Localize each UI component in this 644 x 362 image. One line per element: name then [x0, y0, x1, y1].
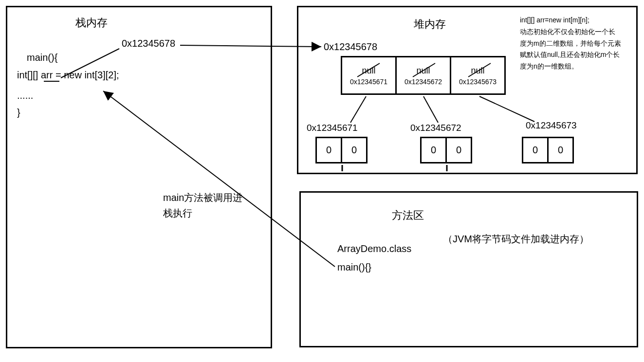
outer-cell-null: null [471, 66, 484, 76]
outer-cell-2: null 0x12345673 [450, 56, 506, 95]
method-area-note: （JVM将字节码文件加载进内存） [443, 233, 589, 246]
outer-cell-addr: 0x12345671 [350, 78, 387, 86]
outer-cell-null: null [362, 66, 375, 76]
stack-code-line3: ...... [17, 90, 33, 101]
sub1-cell-0: 0 [420, 137, 447, 163]
outer-cell-1: null 0x12345672 [395, 56, 451, 95]
caption-line2: 栈执行 [163, 207, 192, 220]
sidenote-l5: 度为n的一维数组。 [520, 62, 578, 70]
method-area-main: main(){} [337, 262, 371, 273]
outer-array-row: null 0x12345671 null 0x12345672 null 0x1… [341, 56, 506, 95]
sub0-row: 0 0 [315, 137, 368, 163]
sub2-cell-1: 0 [547, 137, 574, 163]
sub0-cell-0: 0 [315, 137, 342, 163]
sub1-cell-1: 0 [445, 137, 472, 163]
sub1-row: 0 0 [420, 137, 472, 163]
stack-address: 0x12345678 [122, 38, 175, 49]
method-area-class: ArrayDemo.class [337, 243, 411, 254]
sidenote-l2: 动态初始化不仅会初始化一个长 [520, 28, 615, 36]
outer-cell-addr: 0x12345672 [405, 78, 442, 86]
stack-title: 栈内存 [75, 16, 108, 30]
sidenote-l1: int[][] arr=new int[m][n]; [520, 16, 589, 24]
stack-code-line4: } [17, 107, 20, 118]
heap-address: 0x12345678 [324, 41, 377, 53]
sub2-row: 0 0 [522, 137, 574, 163]
stack-code-line2: int[][] arr = new int[3][2]; [17, 70, 119, 81]
stack-code-line1: main(){ [27, 52, 57, 63]
sub0-cell-1: 0 [341, 137, 368, 163]
heap-title: 堆内存 [414, 17, 446, 32]
caption-line1: main方法被调用进 [163, 191, 242, 204]
sidenote-l3: 度为m的二维数组，并给每个元素 [520, 39, 621, 47]
method-area-title: 方法区 [392, 208, 424, 223]
sub2-cell-0: 0 [522, 137, 549, 163]
sub0-label: 0x12345671 [307, 123, 358, 133]
sub2-label: 0x12345673 [526, 120, 577, 131]
sidenote-l4: 赋默认值null,且还会初始化m个长 [520, 51, 620, 58]
outer-cell-null: null [416, 66, 430, 76]
outer-cell-0: null 0x12345671 [341, 56, 397, 95]
sub1-label: 0x12345672 [410, 123, 461, 133]
outer-cell-addr: 0x12345673 [459, 78, 497, 86]
side-note: int[][] arr=new int[m][n]; 动态初始化不仅会初始化一个… [520, 15, 642, 72]
